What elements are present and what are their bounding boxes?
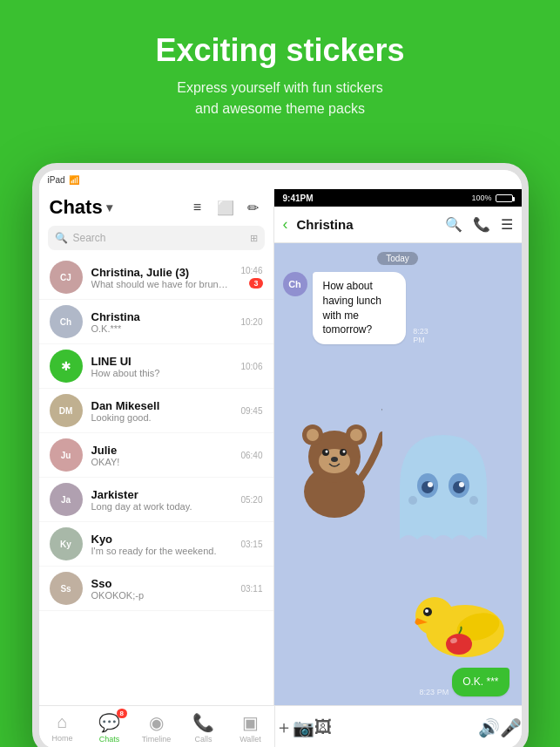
nav-chats-label: Chats (99, 735, 120, 744)
nav-timeline-label: Timeline (142, 735, 172, 744)
chat-time: 09:45 (240, 406, 262, 416)
chat-preview: OKOKOK;-p (91, 590, 233, 601)
emoji-icon[interactable]: 🔊 (478, 717, 500, 738)
svg-point-11 (331, 457, 338, 462)
avatar: Ch (50, 305, 83, 338)
chat-item[interactable]: Ky Kyo I'm so ready for the weekend. 03:… (39, 522, 273, 567)
nav-wallet-label: Wallet (240, 735, 261, 744)
chat-item[interactable]: ✱ LINE UI How about this? 10:06 (39, 344, 273, 389)
hero-section: Exciting stickers Express yourself with … (0, 0, 560, 140)
chat-time: 03:11 (240, 584, 262, 594)
incoming-message: Ch How about having lunchwith me tomorro… (283, 272, 433, 344)
chat-preview: How about this? (91, 368, 233, 378)
ghost-sticker (382, 418, 504, 557)
outgoing-message: 8:23 PM O.K. *** (420, 668, 509, 696)
chat-name: Jarkister (91, 488, 233, 501)
chat-time: 03:15 (240, 540, 262, 549)
battery-percentage: 100% (471, 194, 491, 202)
chat-preview: Long day at work today. (91, 501, 233, 512)
chat-item[interactable]: Ss Sso OKOKOK;-p 03:11 (39, 567, 273, 611)
svg-point-3 (346, 424, 367, 445)
phone-icon[interactable]: 📞 (473, 216, 490, 233)
chat-item[interactable]: Ju Julie OKAY! 06:40 (39, 433, 273, 478)
nav-wallet[interactable]: ▣ Wallet (227, 712, 274, 744)
ipad-frame: iPad 📶 Chats ▾ ≡ ⬜ ✏ (32, 163, 529, 747)
svg-point-20 (426, 605, 504, 657)
svg-point-22 (423, 608, 432, 616)
svg-point-14 (422, 481, 434, 493)
chat-info: Jarkister Long day at work today. (91, 488, 233, 512)
chat-item[interactable]: DM Dan Mikesell Looking good. 09:45 (39, 389, 273, 433)
nav-calls[interactable]: 📞 Calls (180, 712, 227, 744)
chat-meta: 10:06 (240, 362, 262, 371)
chat-window: 9:41PM 100% ‹ Christina 🔍 📞 ☰ (274, 189, 522, 705)
chat-name: Sso (91, 577, 233, 590)
chat-meta: 10:20 (240, 317, 262, 327)
compose-icon[interactable]: ✏ (244, 198, 263, 217)
chat-meta: 09:45 (240, 406, 262, 416)
ipad-status-bar: iPad 📶 (39, 170, 522, 189)
svg-point-15 (453, 481, 465, 493)
svg-point-19 (469, 496, 478, 505)
filter-icon[interactable]: ≡ (188, 198, 207, 217)
search-icon[interactable]: 🔍 (445, 216, 462, 233)
menu-icon[interactable]: ☰ (501, 216, 513, 233)
chat-messages-area: Today Ch How about having lunchwith me t… (274, 243, 522, 705)
svg-point-2 (302, 424, 323, 445)
chat-item[interactable]: Ch Christina O.K.*** 10:20 (39, 300, 273, 344)
wallet-icon: ▣ (242, 712, 259, 733)
chat-name: Kyo (91, 533, 233, 546)
svg-point-4 (307, 429, 319, 441)
chat-info: Dan Mikesell Looking good. (91, 399, 233, 423)
svg-point-26 (449, 637, 458, 644)
chat-window-action-icons: 🔍 📞 ☰ (445, 216, 513, 233)
chats-dropdown-arrow[interactable]: ▾ (106, 200, 112, 214)
svg-point-7 (322, 449, 329, 456)
svg-point-17 (459, 482, 464, 487)
chat-name: LINE UI (91, 355, 233, 368)
nav-right: ＋ 📷 🖼 🔊 🎤 (274, 706, 522, 747)
avatar: Ja (50, 483, 83, 516)
chat-item[interactable]: CJ Christina, Julie (3) What should we h… (39, 255, 273, 300)
chat-item[interactable]: Ja Jarkister Long day at work today. 05:… (39, 478, 273, 522)
chat-search-bar[interactable]: 🔍 Search ⊞ (48, 226, 265, 250)
duck-sticker (408, 574, 513, 662)
add-icon[interactable]: ＋ (275, 716, 293, 739)
nav-timeline[interactable]: ◉ Timeline (133, 712, 180, 744)
bear-sticker (287, 400, 382, 522)
chat-items-list: CJ Christina, Julie (3) What should we h… (39, 255, 273, 705)
chat-time: 10:06 (240, 362, 262, 371)
message-avatar: Ch (283, 272, 307, 296)
svg-point-25 (446, 634, 472, 655)
mic-icon[interactable]: 🎤 (500, 717, 522, 738)
search-filter-icon: ⊞ (250, 233, 258, 244)
chats-badge: 8 (117, 709, 127, 718)
chat-time: 05:20 (240, 495, 262, 505)
avatar: Ky (50, 527, 83, 560)
nav-chats[interactable]: 💬 8 Chats (86, 712, 133, 744)
message-time: 8:23 PM (420, 688, 449, 696)
svg-point-0 (304, 465, 365, 518)
ipad-content: Chats ▾ ≡ ⬜ ✏ 🔍 Search ⊞ C (39, 189, 522, 705)
nav-home[interactable]: ⌂ Home (39, 712, 86, 743)
back-button[interactable]: ‹ (283, 215, 288, 234)
svg-point-21 (415, 597, 454, 635)
chat-meta: 06:40 (240, 451, 262, 460)
nav-chats-badge-wrap: 💬 8 (98, 712, 120, 733)
svg-point-10 (342, 451, 345, 453)
sticker-area (278, 400, 522, 679)
chats-label: Chats (50, 196, 103, 219)
chat-list-action-icons: ≡ ⬜ ✏ (188, 198, 263, 217)
wifi-icon: 📶 (69, 175, 79, 185)
nav-calls-label: Calls (194, 735, 212, 744)
hero-title: Exciting stickers (35, 31, 525, 69)
chat-preview: OKAY! (91, 457, 233, 467)
video-icon[interactable]: ⬜ (216, 198, 235, 217)
chat-info: LINE UI How about this? (91, 355, 233, 378)
avatar: ✱ (50, 350, 83, 383)
date-divider: Today (377, 252, 418, 265)
camera-icon[interactable]: 📷 (293, 717, 314, 738)
svg-point-12 (417, 473, 438, 498)
image-icon[interactable]: 🖼 (314, 717, 332, 737)
svg-point-5 (350, 429, 362, 441)
